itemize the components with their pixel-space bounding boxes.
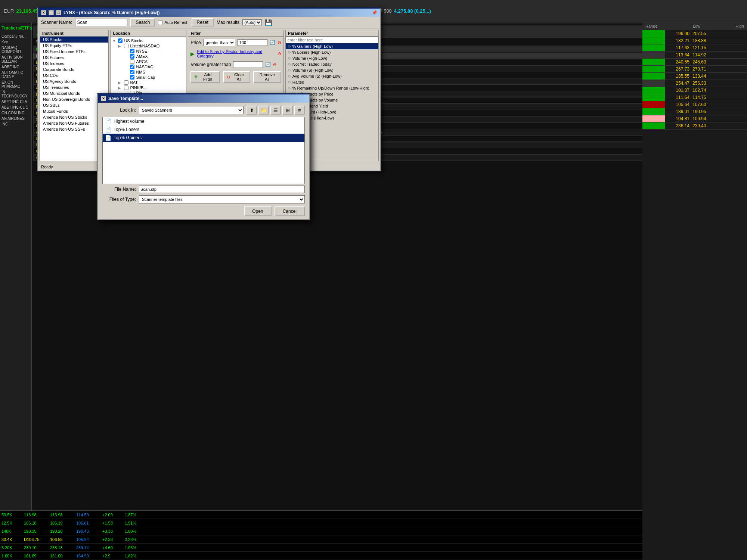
list-item: EXION PHARMAC (1, 80, 30, 89)
window-minimize-btn[interactable]: _ (49, 10, 54, 15)
range-row: 236.14 239.40 (642, 122, 747, 130)
param-item[interactable]: ⟳% Gainers (High-Low) (286, 43, 378, 49)
param-item[interactable]: ⟳Volume ($) (High-Low) (286, 67, 378, 73)
instrument-item[interactable]: US CDs (40, 72, 108, 78)
instrument-item[interactable]: US Treasuries (40, 84, 108, 90)
data-table-row[interactable]: 53.5K 113.98 113.98 114.59 +2.09 1.87% (0, 511, 642, 519)
file-name-input[interactable] (139, 186, 305, 193)
range-high-header: High (735, 24, 744, 28)
range-high-value: 239.40 (691, 122, 717, 129)
param-item[interactable]: ⟳Halted (286, 79, 378, 85)
list-view-btn[interactable]: ☰ (270, 106, 281, 115)
sector-remove-icon[interactable]: ⊖ (278, 51, 281, 56)
param-item[interactable]: ⟳Not Yet Traded Today (286, 61, 378, 67)
scanner-name-input[interactable] (75, 19, 127, 26)
data-table-row[interactable]: 5.20K 239.10 238.13 239.14 +4.60 1.96% (0, 544, 642, 552)
look-in-select[interactable]: Saved Scanners (139, 106, 244, 114)
list-item: AUTOMATIC DATA P (1, 70, 30, 80)
remove-price-icon[interactable]: ⊖ (278, 40, 281, 45)
data-table-row[interactable]: 12.5K 106.18 106.19 106.81 +1.58 1.51% (0, 519, 642, 527)
list-item: IN TECHNOLOGY (1, 89, 30, 99)
max-results-select[interactable]: (Auto) (242, 19, 262, 25)
save-dialog-close-btn[interactable]: ✕ (101, 96, 106, 101)
look-in-label: Look In: (102, 108, 136, 113)
file-item-top-losers[interactable]: 📄 Top% Losers (103, 125, 304, 134)
param-item[interactable]: ⟳% Losers (High-Low) (286, 49, 378, 55)
auto-refresh-check[interactable]: Auto Refresh (158, 20, 188, 25)
price-condition-select[interactable]: greater than (203, 39, 235, 46)
refresh-volume-icon[interactable]: 🔄 (265, 62, 271, 67)
data-table-row[interactable]: 1.60K 161.89 161.00 164.99 +2.9 1.82% (0, 552, 642, 560)
location-tree-item[interactable]: ▶BAT... (112, 80, 185, 85)
open-button[interactable]: Open (244, 206, 271, 216)
instrument-item[interactable]: US Fixed Income ETFs (40, 49, 108, 55)
location-tree-item[interactable]: Small Cap (112, 75, 185, 80)
look-in-row: Look In: Saved Scanners ⬆ 📁 ☰ ⊞ ≡ (102, 106, 305, 115)
location-tree-item[interactable]: ▼US Stocks (112, 38, 185, 43)
price2-cell: 106.19 (49, 521, 75, 525)
window-maximize-btn[interactable]: □ (56, 10, 61, 15)
file-icon: 📄 (105, 118, 111, 124)
range-low-value: 189.01 (665, 108, 691, 115)
range-bar (642, 37, 665, 44)
location-tree-item[interactable]: ▶PINK/B... (112, 85, 185, 90)
pct-cell: 1.82% (123, 554, 146, 558)
location-tree: ▼US Stocks▶Listed/NASDAQNYSEAMEXARCANASD… (111, 37, 186, 102)
data-rows-container: 53.5K 113.98 113.98 114.59 +2.09 1.87% 1… (0, 511, 642, 560)
volume-value-input[interactable] (233, 61, 263, 68)
instrument-item[interactable]: Corporate Bonds (40, 66, 108, 72)
instrument-item[interactable]: US Indexes (40, 60, 108, 66)
file-list-area: 📄 Highest volume 📄 Top% Losers 📄 Top% Ga… (102, 117, 305, 184)
add-filter-button[interactable]: ✚ Add Filter (190, 71, 220, 83)
sector-link[interactable]: Edit to Scan by Sector, Industry and Cat… (197, 49, 275, 58)
location-tree-item[interactable]: ▶Listed/NASDAQ (112, 43, 185, 49)
param-item-icon: ⟳ (288, 50, 291, 55)
grid-view-btn[interactable]: ⊞ (282, 106, 293, 115)
data-table-row[interactable]: 30.4K D106.75 106.55 106.94 +2.38 2.28% (0, 535, 642, 544)
change-cell: +1.58 (101, 521, 123, 525)
price-filter-row: Price greater than 🔄 ⊖ (190, 39, 281, 46)
new-folder-btn[interactable]: 📁 (258, 106, 269, 115)
price3-cell: 106.94 (75, 537, 101, 542)
file-item-highest-volume[interactable]: 📄 Highest volume (103, 117, 304, 125)
price-value-input[interactable] (238, 39, 267, 46)
location-tree-item[interactable]: NASDAQ (112, 64, 185, 69)
location-tree-item[interactable]: NYSE (112, 49, 185, 54)
window-close-btn[interactable]: ✕ (41, 10, 46, 15)
list-item: ACTIVISION BLIZZAR (1, 55, 30, 64)
parameter-search-input[interactable] (286, 37, 378, 43)
refresh-price-icon[interactable]: 🔄 (270, 40, 275, 45)
status-text: Ready (41, 165, 53, 169)
range-low-value: 196.00 (665, 30, 691, 37)
instrument-item[interactable]: US Stocks (40, 37, 108, 43)
location-tree-item[interactable]: AMEX (112, 54, 185, 59)
list-item: AN AIRLINES (1, 116, 30, 121)
cancel-button[interactable]: Cancel (275, 206, 305, 216)
volume-label: Volume greater than (190, 62, 231, 67)
save-icon[interactable]: 💾 (265, 19, 272, 26)
location-tree-item[interactable]: NMS (112, 69, 185, 75)
range-high-value: 106.94 (691, 115, 717, 122)
param-item[interactable]: ⟳Avg Volume ($) (High-Low) (286, 73, 378, 79)
price3-cell: 114.59 (75, 513, 101, 517)
location-tree-item[interactable]: ARCA (112, 59, 185, 64)
data-table-row[interactable]: 140K 190.35 190.28 190.43 +3.36 1.80% (0, 527, 642, 535)
param-item[interactable]: ⟳% Remaining Up/Down Range (Low-High) (286, 85, 378, 91)
remove-all-button[interactable]: Remove All (253, 71, 281, 83)
go-up-btn[interactable]: ⬆ (247, 106, 257, 115)
range-row: 196.00 207.55 (642, 30, 747, 37)
file-item-top-gainers[interactable]: 📄 Top% Gainers (103, 134, 304, 142)
range-bar (642, 101, 665, 108)
reset-button[interactable]: Reset (192, 18, 214, 27)
files-of-type-select[interactable]: Scanner template files (139, 195, 305, 203)
instrument-item[interactable]: US Agency Bonds (40, 78, 108, 84)
vol-cell: 5.20K (0, 545, 22, 550)
instrument-item[interactable]: US Equity ETFs (40, 43, 108, 49)
range-bar (642, 59, 665, 65)
instrument-item[interactable]: US Futures (40, 55, 108, 60)
remove-volume-icon[interactable]: ⊖ (273, 62, 277, 67)
clear-all-button[interactable]: ⊖ Clear All (223, 71, 250, 83)
search-button[interactable]: Search (130, 18, 155, 27)
details-view-btn[interactable]: ≡ (294, 106, 305, 115)
param-item[interactable]: ⟳Volume (High-Low) (286, 55, 378, 61)
